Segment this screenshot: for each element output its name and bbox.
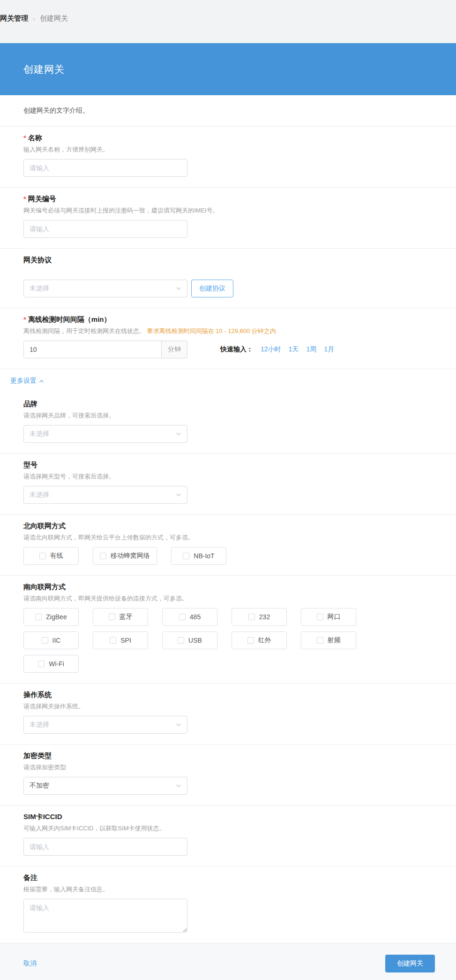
checkbox-nbiot[interactable]: NB-IoT xyxy=(171,547,226,565)
remark-helper: 根据需要，输入网关备注信息。 xyxy=(23,885,435,893)
chevron-down-icon xyxy=(176,722,181,728)
model-helper: 请选择网关型号，可搜索后选择。 xyxy=(23,472,435,480)
quick-link-1day[interactable]: 1天 xyxy=(289,345,299,354)
interval-input[interactable] xyxy=(23,341,162,358)
checkbox-icon xyxy=(35,614,42,620)
checkbox-icon xyxy=(248,614,255,620)
southbound-section: 南向联网方式 请选南向联网方式，即网关提供给设备的连接方式，可多选。 ZigBe… xyxy=(0,576,456,684)
quick-input-group: 快速输入： 12小时 1天 1周 1月 xyxy=(220,345,334,354)
brand-label: 品牌 xyxy=(23,399,435,409)
checkbox-iic[interactable]: IIC xyxy=(23,631,79,649)
breadcrumb: 网关管理 › 创建网关 xyxy=(0,14,456,23)
southbound-label: 南向联网方式 xyxy=(23,582,435,592)
gateway-number-label: *网关编号 xyxy=(23,194,435,204)
sim-iccid-section: SIM卡ICCID 可输入网关内SIM卡ICCID，以获取SIM卡使用状态。 xyxy=(0,805,456,866)
northbound-label: 北向联网方式 xyxy=(23,521,435,531)
chevron-down-icon xyxy=(176,783,181,789)
checkbox-icon xyxy=(110,637,116,644)
brand-select-value: 未选择 xyxy=(30,430,49,438)
brand-helper: 请选择网关品牌，可搜索后选择。 xyxy=(23,411,435,419)
chevron-down-icon xyxy=(176,431,181,437)
protocol-select[interactable]: 未选择 xyxy=(23,280,187,297)
checkbox-icon xyxy=(247,637,254,644)
protocol-select-value: 未选择 xyxy=(30,284,49,293)
more-settings-row: 更多设置 xyxy=(0,369,456,393)
encryption-select[interactable]: 不加密 xyxy=(23,777,187,795)
northbound-options: 有线 移动蜂窝网络 NB-IoT xyxy=(23,547,380,565)
remark-label: 备注 xyxy=(23,873,435,882)
offline-interval-helper: 离线检测间隔，用于定时检测网关在线状态。 要求离线检测时间间隔在 10 - 12… xyxy=(23,327,435,335)
protocol-section: 网关协议 未选择 创建协议 xyxy=(0,249,456,308)
breadcrumb-item-gateway-management[interactable]: 网关管理 xyxy=(0,14,28,23)
breadcrumb-separator-icon: › xyxy=(33,15,35,22)
chevron-up-icon xyxy=(39,379,44,384)
top-bar: 网关管理 › 创建网关 xyxy=(0,0,456,43)
checkbox-icon xyxy=(42,637,48,644)
sim-iccid-input[interactable] xyxy=(23,838,187,856)
southbound-options: ZigBee 蓝牙 485 232 网口 IIC SPI USB xyxy=(23,608,380,673)
checkbox-wifi[interactable]: Wi-Fi xyxy=(23,655,79,673)
model-select[interactable]: 未选择 xyxy=(23,486,187,504)
os-select[interactable]: 未选择 xyxy=(23,716,187,734)
encryption-label: 加密类型 xyxy=(23,751,435,760)
sim-iccid-label: SIM卡ICCID xyxy=(23,812,435,821)
required-asterisk: * xyxy=(23,195,26,203)
footer-bar: 取消 创建网关 xyxy=(0,943,456,980)
sim-iccid-helper: 可输入网关内SIM卡ICCID，以获取SIM卡使用状态。 xyxy=(23,824,435,832)
checkbox-infrared[interactable]: 红外 xyxy=(232,631,287,649)
chevron-down-icon xyxy=(176,286,181,291)
quick-link-1week[interactable]: 1周 xyxy=(306,345,316,354)
encryption-select-value: 不加密 xyxy=(30,782,49,790)
checkbox-icon xyxy=(178,637,184,644)
remark-section: 备注 根据需要，输入网关备注信息。 xyxy=(0,866,456,943)
create-protocol-button[interactable]: 创建协议 xyxy=(191,280,233,297)
checkbox-bluetooth[interactable]: 蓝牙 xyxy=(93,608,148,626)
checkbox-zigbee[interactable]: ZigBee xyxy=(23,608,79,626)
gateway-number-helper: 网关编号必须与网关连接时上报的注册码一致，建议填写网关的IMEI号。 xyxy=(23,206,435,214)
interval-range-warning: 要求离线检测时间间隔在 10 - 129,600 分钟之内 xyxy=(147,327,276,334)
checkbox-icon xyxy=(179,614,186,620)
checkbox-icon xyxy=(109,614,115,620)
os-label: 操作系统 xyxy=(23,690,435,699)
cancel-button[interactable]: 取消 xyxy=(23,959,37,968)
checkbox-spi[interactable]: SPI xyxy=(93,631,148,649)
name-section: *名称 输入网关名称，方便辨别网关。 xyxy=(0,127,456,188)
create-gateway-button[interactable]: 创建网关 xyxy=(385,955,435,972)
quick-link-1month[interactable]: 1月 xyxy=(324,345,334,354)
checkbox-usb[interactable]: USB xyxy=(162,631,217,649)
northbound-helper: 请选北向联网方式，即网关给云平台上传数据的方式，可多选。 xyxy=(23,533,435,541)
checkbox-icon xyxy=(39,553,46,559)
checkbox-485[interactable]: 485 xyxy=(162,608,217,626)
brand-section: 品牌 请选择网关品牌，可搜索后选择。 未选择 xyxy=(0,393,456,454)
offline-interval-section: *离线检测时间间隔（min） 离线检测间隔，用于定时检测网关在线状态。 要求离线… xyxy=(0,308,456,369)
chevron-down-icon xyxy=(176,492,181,498)
protocol-label: 网关协议 xyxy=(23,255,435,265)
checkbox-icon xyxy=(317,637,323,644)
os-helper: 请选择网关操作系统。 xyxy=(23,702,435,710)
brand-select[interactable]: 未选择 xyxy=(23,425,187,443)
os-section: 操作系统 请选择网关操作系统。 未选择 xyxy=(0,684,456,744)
checkbox-rf[interactable]: 射频 xyxy=(301,631,356,649)
model-select-value: 未选择 xyxy=(30,491,49,499)
checkbox-cellular[interactable]: 移动蜂窝网络 xyxy=(93,547,157,565)
encryption-section: 加密类型 请选择加密类型 不加密 xyxy=(0,744,456,805)
checkbox-ethernet-port[interactable]: 网口 xyxy=(301,608,356,626)
quick-link-12h[interactable]: 12小时 xyxy=(261,345,281,354)
checkbox-icon xyxy=(183,553,189,559)
intro-text: 创建网关的文字介绍。 xyxy=(0,95,456,127)
os-select-value: 未选择 xyxy=(30,721,49,729)
northbound-section: 北向联网方式 请选北向联网方式，即网关给云平台上传数据的方式，可多选。 有线 移… xyxy=(0,515,456,576)
name-label: *名称 xyxy=(23,133,435,143)
offline-interval-label: *离线检测时间间隔（min） xyxy=(23,315,435,324)
name-input[interactable] xyxy=(23,159,187,177)
breadcrumb-item-create-gateway: 创建网关 xyxy=(40,14,68,23)
gateway-number-input[interactable] xyxy=(23,220,187,238)
southbound-helper: 请选南向联网方式，即网关提供给设备的连接方式，可多选。 xyxy=(23,594,435,602)
model-label: 型号 xyxy=(23,460,435,470)
remark-textarea[interactable] xyxy=(23,899,187,933)
name-helper: 输入网关名称，方便辨别网关。 xyxy=(23,145,435,153)
checkbox-232[interactable]: 232 xyxy=(232,608,287,626)
page-banner: 创建网关 xyxy=(0,43,456,95)
more-settings-toggle[interactable]: 更多设置 xyxy=(10,377,44,385)
checkbox-wired[interactable]: 有线 xyxy=(23,547,79,565)
